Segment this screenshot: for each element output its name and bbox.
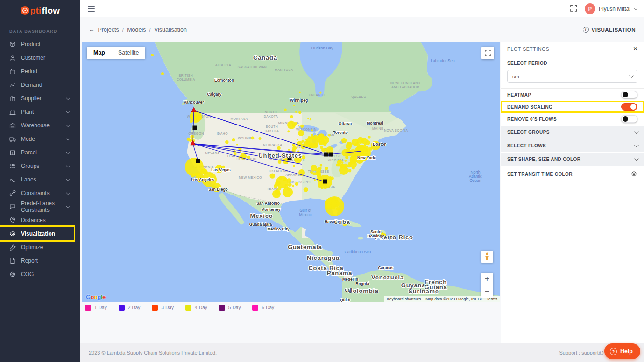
jamaica-island [358, 237, 363, 240]
sidebar-item-lanes[interactable]: Lanes [0, 173, 74, 186]
sidebar-item-label: Groups [21, 163, 39, 169]
sidebar-item-label: Parcel [21, 149, 37, 156]
map-attribution: Keyboard shortcuts Map data ©2023 Google… [384, 296, 500, 302]
sidebar-item-label: Customer [21, 55, 45, 61]
svg-text:Calgary: Calgary [207, 92, 221, 97]
heatmap-toggle-row: HEATMAP [501, 89, 644, 101]
svg-text:Toronto: Toronto [333, 130, 347, 135]
sidebar-item-parcel[interactable]: Parcel [0, 146, 74, 159]
document-icon [9, 258, 16, 264]
svg-text:Winnipeg: Winnipeg [290, 98, 308, 103]
svg-text:Venezuela: Venezuela [371, 274, 404, 281]
set-shape-size-color-accordion[interactable]: SET SHAPE, SIZE AND COLOR [501, 153, 644, 166]
question-mark-icon: ? [610, 348, 617, 355]
warehouse-icon [9, 122, 16, 129]
sidebar-item-supplier[interactable]: Supplier [0, 91, 74, 105]
remove-zero-flows-toggle-row: REMOVE 0'S FLOWS [501, 113, 644, 125]
svg-text:NOVA SCOTIA: NOVA SCOTIA [384, 129, 408, 132]
map-container[interactable]: .rg{font:6.8px "Liberation Sans",sans-se… [82, 42, 500, 302]
svg-text:Colombia: Colombia [348, 287, 379, 294]
gear-icon[interactable] [630, 170, 637, 178]
sidebar-item-groups[interactable]: Groups [0, 159, 74, 173]
chevron-down-icon [66, 123, 70, 127]
demand-scaling-label: DEMAND SCALING [507, 104, 552, 110]
product-icon [9, 41, 16, 48]
remove-zero-flows-toggle[interactable] [621, 115, 637, 123]
help-button[interactable]: ? Help [604, 343, 640, 359]
link-icon [9, 190, 16, 196]
sidebar-item-label: Mode [21, 136, 35, 142]
select-groups-accordion[interactable]: SELECT GROUPS [501, 126, 644, 139]
legend-item: 3-Day [152, 305, 174, 311]
sidebar-item-visualization[interactable]: Visualization [0, 227, 74, 240]
sidebar-item-report[interactable]: Report [0, 254, 74, 267]
sidebar-item-product[interactable]: Product [0, 37, 74, 51]
breadcrumb-models[interactable]: Models [127, 27, 146, 33]
svg-text:MAINE: MAINE [372, 127, 383, 130]
keyboard-shortcuts-link[interactable]: Keyboard shortcuts [384, 296, 423, 302]
sidebar: pti flow DATA DASHBOARD Product Customer… [0, 0, 80, 362]
legend-label: 6-Day [262, 305, 274, 310]
page-title: VISUALISATION [592, 27, 636, 33]
footer: 2023 © Lambda Supply Chain Solutions Pri… [80, 343, 644, 362]
svg-text:Caracas: Caracas [378, 265, 393, 270]
set-transit-time-color-row[interactable]: SET TRANSIT TIME COLOR [501, 167, 644, 181]
sidebar-item-plant[interactable]: Plant [0, 105, 74, 118]
fullscreen-icon[interactable] [570, 5, 577, 13]
sidebar-item-warehouse[interactable]: Warehouse [0, 118, 74, 132]
sidebar-item-customer[interactable]: Customer [0, 51, 74, 64]
legend-label: 3-Day [161, 305, 174, 310]
sidebar-item-label: Optimize [21, 244, 43, 251]
sidebar-item-period[interactable]: Period [0, 64, 74, 78]
legend-label: 1-Day [94, 305, 107, 310]
chevron-down-icon [66, 110, 70, 113]
sidebar-item-optimize[interactable]: Optimize [0, 240, 74, 254]
map-canvas[interactable]: .rg{font:6.8px "Liberation Sans",sans-se… [82, 42, 500, 302]
pin-icon [9, 217, 16, 223]
map-type-satellite-button[interactable]: Satellite [112, 47, 145, 59]
support-text: Support : support@ [559, 350, 604, 355]
back-arrow-icon[interactable]: ← [89, 27, 95, 33]
sidebar-item-distances[interactable]: Distances [0, 213, 74, 227]
hamburger-menu-icon[interactable] [88, 6, 95, 12]
heatmap-toggle[interactable] [621, 91, 637, 98]
svg-text:Guadalajara: Guadalajara [249, 222, 272, 227]
breadcrumb-separator: / [149, 27, 150, 33]
sidebar-item-label: Visualization [21, 230, 55, 237]
svg-text:Cali: Cali [345, 288, 352, 292]
period-select[interactable]: sm [507, 70, 637, 83]
svg-text:Havana: Havana [325, 219, 339, 224]
sidebar-item-constraints[interactable]: Constraints [0, 186, 74, 200]
chevron-down-icon [66, 191, 70, 195]
demand-scaling-toggle[interactable] [621, 103, 637, 111]
sidebar-item-label: Period [21, 68, 37, 75]
sidebar-item-label: Warehouse [21, 122, 50, 129]
pegman-control[interactable] [481, 251, 493, 263]
chevron-down-icon [634, 6, 637, 10]
close-icon[interactable]: × [633, 45, 637, 53]
svg-text:QUEBEC: QUEBEC [351, 95, 366, 99]
sidebar-item-predef-lanes-constraints[interactable]: Predef-Lanes Constraints [0, 200, 74, 213]
svg-text:Caribbean Sea: Caribbean Sea [345, 250, 371, 254]
map-zoom-control: + − [481, 273, 493, 298]
user-menu[interactable]: P Piyush Mittal [585, 3, 637, 14]
select-flows-accordion[interactable]: SELECT FLOWS [501, 139, 644, 152]
sidebar-item-mode[interactable]: Mode [0, 132, 74, 146]
legend-swatch [152, 305, 158, 311]
map-fullscreen-button[interactable] [481, 47, 494, 59]
gulf-st-lawrence [389, 103, 407, 113]
avatar: P [585, 3, 595, 14]
sidebar-item-label: Demand [21, 82, 42, 88]
map-type-map-button[interactable]: Map [87, 47, 112, 59]
terms-link[interactable]: Terms [484, 296, 500, 302]
svg-text:MONTANA: MONTANA [231, 117, 248, 120]
svg-text:Gulf ofMexico: Gulf ofMexico [299, 208, 312, 217]
breadcrumb-projects[interactable]: Projects [98, 27, 119, 33]
sidebar-item-demand[interactable]: Demand [0, 78, 74, 91]
legend-swatch [185, 305, 191, 311]
zoom-in-button[interactable]: + [481, 273, 493, 285]
legend-swatch [219, 305, 225, 311]
sidebar-item-cog[interactable]: COG [0, 267, 74, 281]
svg-text:Boston: Boston [373, 142, 386, 146]
svg-text:Montreal: Montreal [367, 121, 383, 125]
